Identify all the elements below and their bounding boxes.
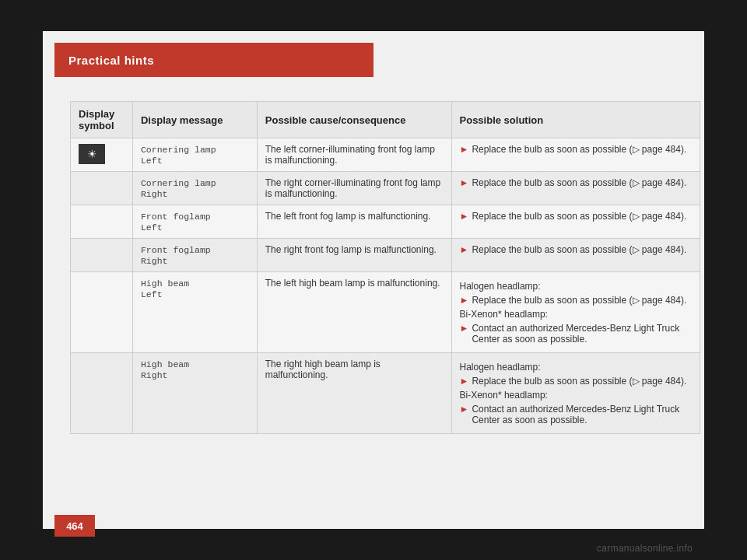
bullet-arrow-icon: ►: [460, 244, 469, 255]
solution-bullet-text: Replace the bulb as soon as possible (▷ …: [472, 211, 692, 222]
page-title: Practical hints: [68, 54, 154, 67]
cell-message: Front foglampLeft: [132, 205, 257, 239]
solution-section-label: Halogen headlamp:: [460, 362, 692, 373]
solution-bullet-text: Replace the bulb as soon as possible (▷ …: [472, 177, 692, 188]
solution-bullet-item: ►Replace the bulb as soon as possible (▷…: [460, 244, 692, 255]
bullet-arrow-icon: ►: [460, 404, 469, 415]
solution-section-label: Halogen headlamp:: [460, 281, 692, 292]
message-text: High beamRight: [141, 359, 189, 380]
table-header-row: Display symbol Display message Possible …: [71, 102, 700, 138]
cell-solution: ►Replace the bulb as soon as possible (▷…: [451, 239, 700, 272]
bullet-arrow-icon: ►: [460, 295, 469, 306]
bullet-arrow-icon: ►: [460, 211, 469, 222]
message-text: Cornering lampLeft: [141, 145, 216, 166]
cell-solution: Halogen headlamp:►Replace the bulb as so…: [451, 353, 700, 434]
cell-solution: ►Replace the bulb as soon as possible (▷…: [451, 205, 700, 239]
header-bar: Practical hints: [54, 43, 374, 77]
table-row: ☀Cornering lampLeftThe left corner-illum…: [71, 138, 700, 172]
col-header-message: Display message: [132, 102, 257, 138]
solution-bullet-text: Replace the bulb as soon as possible (▷ …: [472, 144, 692, 155]
main-table-container: Display symbol Display message Possible …: [70, 101, 700, 434]
message-text: Front foglampRight: [141, 245, 211, 266]
cell-message: Front foglampRight: [132, 239, 257, 272]
cell-symbol: ☀: [71, 138, 133, 172]
solution-section-label: Bi-Xenon* headlamp:: [460, 309, 692, 320]
cell-symbol: [71, 205, 133, 239]
page-number-box: 464: [54, 515, 95, 537]
table-row: High beamRightThe right high beam lamp i…: [71, 353, 700, 434]
cell-message: High beamLeft: [132, 272, 257, 353]
table-row: Cornering lampRightThe right corner-illu…: [71, 172, 700, 205]
col-header-cause: Possible cause/consequence: [257, 102, 451, 138]
col-header-solution: Possible solution: [451, 102, 700, 138]
solution-bullet-item: ►Replace the bulb as soon as possible (▷…: [460, 211, 692, 222]
message-text: Cornering lampRight: [141, 178, 216, 199]
cell-message: High beamRight: [132, 353, 257, 434]
col-header-symbol: Display symbol: [71, 102, 133, 138]
solution-section-label: Bi-Xenon* headlamp:: [460, 390, 692, 401]
message-text: Front foglampLeft: [141, 212, 211, 233]
solution-bullet-text: Contact an authorized Mercedes-Benz Ligh…: [472, 323, 692, 345]
solution-bullet-item: ►Contact an authorized Mercedes-Benz Lig…: [460, 404, 692, 425]
cell-cause: The right high beam lamp is malfunctioni…: [257, 353, 451, 434]
solution-bullet-text: Replace the bulb as soon as possible (▷ …: [472, 295, 692, 306]
cell-message: Cornering lampRight: [132, 172, 257, 205]
solution-bullet-item: ►Replace the bulb as soon as possible (▷…: [460, 376, 692, 387]
bullet-arrow-icon: ►: [460, 177, 469, 188]
cell-symbol: [71, 172, 133, 205]
watermark: carmanualsonline.info: [597, 543, 693, 554]
bullet-arrow-icon: ►: [460, 323, 469, 334]
table-row: Front foglampLeftThe left front fog lamp…: [71, 205, 700, 239]
cell-symbol: [71, 272, 133, 353]
page-number: 464: [66, 520, 83, 532]
solution-bullet-item: ►Replace the bulb as soon as possible (▷…: [460, 295, 692, 306]
cell-cause: The left corner-illuminating front fog l…: [257, 138, 451, 172]
solution-bullet-item: ►Contact an authorized Mercedes-Benz Lig…: [460, 323, 692, 345]
cell-solution: ►Replace the bulb as soon as possible (▷…: [451, 138, 700, 172]
cell-message: Cornering lampLeft: [132, 138, 257, 172]
data-table: Display symbol Display message Possible …: [70, 101, 700, 434]
message-text: High beamLeft: [141, 278, 189, 299]
cell-cause: The right corner-illuminating front fog …: [257, 172, 451, 205]
bullet-arrow-icon: ►: [460, 376, 469, 387]
table-row: Front foglampRightThe right front fog la…: [71, 239, 700, 272]
cell-symbol: [71, 353, 133, 434]
cell-cause: The left high beam lamp is malfunctionin…: [257, 272, 451, 353]
cell-cause: The left front fog lamp is malfunctionin…: [257, 205, 451, 239]
solution-bullet-text: Replace the bulb as soon as possible (▷ …: [472, 244, 692, 255]
cell-cause: The right front fog lamp is malfunctioni…: [257, 239, 451, 272]
lamp-icon: ☀: [79, 144, 105, 164]
cell-solution: ►Replace the bulb as soon as possible (▷…: [451, 172, 700, 205]
table-row: High beamLeftThe left high beam lamp is …: [71, 272, 700, 353]
solution-bullet-text: Contact an authorized Mercedes-Benz Ligh…: [472, 404, 692, 425]
bullet-arrow-icon: ►: [460, 144, 469, 155]
solution-bullet-text: Replace the bulb as soon as possible (▷ …: [472, 376, 692, 387]
solution-bullet-item: ►Replace the bulb as soon as possible (▷…: [460, 177, 692, 188]
cell-symbol: [71, 239, 133, 272]
cell-solution: Halogen headlamp:►Replace the bulb as so…: [451, 272, 700, 353]
solution-bullet-item: ►Replace the bulb as soon as possible (▷…: [460, 144, 692, 155]
